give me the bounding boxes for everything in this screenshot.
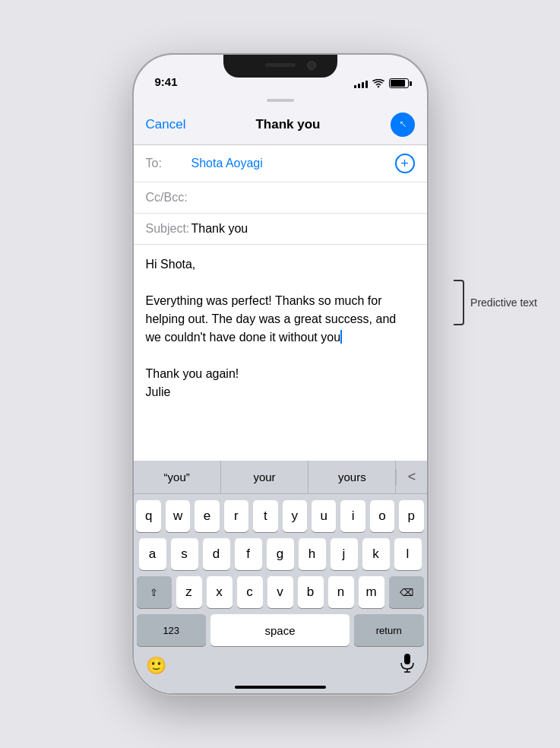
keyboard-area: “you” your yours < q w e r t bbox=[134, 461, 427, 693]
compose-area: Cancel Thank you ↑ To: Shota Aoyagi + Cc… bbox=[134, 106, 427, 461]
phone-frame: 9:41 bbox=[132, 53, 429, 695]
key-c[interactable]: c bbox=[237, 576, 263, 608]
cancel-button[interactable]: Cancel bbox=[146, 117, 186, 132]
speaker bbox=[265, 63, 296, 67]
key-r[interactable]: r bbox=[224, 500, 248, 532]
notch bbox=[223, 55, 337, 78]
compose-body[interactable]: Hi Shota, Everything was perfect! Thanks… bbox=[134, 245, 427, 461]
key-m[interactable]: m bbox=[359, 576, 384, 608]
predictive-item-1[interactable]: “you” bbox=[134, 461, 221, 493]
key-row-3: ⇧ z x c v b n m ⌫ bbox=[137, 576, 424, 608]
key-x[interactable]: x bbox=[207, 576, 233, 608]
subject-value[interactable]: Thank you bbox=[191, 222, 415, 236]
annotation-label: Predictive text bbox=[470, 296, 537, 309]
subject-field-row[interactable]: Subject: Thank you bbox=[134, 214, 427, 245]
battery-icon bbox=[389, 78, 409, 88]
key-t[interactable]: t bbox=[253, 500, 277, 532]
body-line1: Hi Shota, bbox=[146, 255, 415, 274]
wifi-icon bbox=[372, 79, 384, 88]
to-field-row[interactable]: To: Shota Aoyagi + bbox=[134, 145, 427, 182]
home-indicator bbox=[235, 686, 326, 689]
key-w[interactable]: w bbox=[166, 500, 190, 532]
key-l[interactable]: l bbox=[394, 538, 422, 570]
to-label: To: bbox=[146, 157, 191, 170]
key-e[interactable]: e bbox=[195, 500, 219, 532]
camera bbox=[307, 61, 316, 70]
text-cursor bbox=[340, 330, 342, 344]
signal-icon bbox=[354, 79, 368, 88]
key-g[interactable]: g bbox=[267, 538, 294, 570]
key-q[interactable]: q bbox=[136, 500, 160, 532]
subject-label: Subject: bbox=[146, 222, 191, 236]
key-f[interactable]: f bbox=[235, 538, 262, 570]
cc-field-row[interactable]: Cc/Bcc: bbox=[134, 182, 427, 214]
numbers-key[interactable]: 123 bbox=[137, 614, 207, 646]
predictive-text-annotation: Predictive text bbox=[454, 280, 537, 325]
return-key[interactable]: return bbox=[354, 614, 424, 646]
send-icon: ↑ bbox=[396, 118, 409, 131]
mic-icon bbox=[400, 654, 415, 674]
key-u[interactable]: u bbox=[312, 500, 336, 532]
status-time: 9:41 bbox=[152, 75, 178, 88]
predictive-collapse-button[interactable]: < bbox=[396, 469, 426, 485]
mic-button[interactable] bbox=[400, 654, 415, 678]
send-button[interactable]: ↑ bbox=[391, 113, 415, 137]
key-n[interactable]: n bbox=[328, 576, 354, 608]
key-a[interactable]: a bbox=[139, 538, 166, 570]
annotation-bracket bbox=[454, 280, 464, 325]
phone-content: Cancel Thank you ↑ To: Shota Aoyagi + Cc… bbox=[134, 93, 427, 693]
key-k[interactable]: k bbox=[362, 538, 390, 570]
to-value[interactable]: Shota Aoyagi bbox=[191, 157, 395, 170]
key-row-4: 123 space return bbox=[137, 614, 424, 646]
cc-label: Cc/Bcc: bbox=[146, 191, 191, 204]
body-line3: Everything was perfect! Thanks so much f… bbox=[146, 292, 415, 347]
emoji-button[interactable]: 🙂 bbox=[146, 656, 166, 676]
predictive-text-row: “you” your yours < bbox=[134, 461, 427, 494]
key-p[interactable]: p bbox=[399, 500, 423, 532]
drag-handle-area bbox=[134, 93, 427, 106]
key-y[interactable]: y bbox=[283, 500, 307, 532]
key-j[interactable]: j bbox=[331, 538, 358, 570]
body-line5: Thank you again! bbox=[146, 365, 415, 383]
key-rows: q w e r t y u i o p a s bbox=[134, 494, 427, 649]
predictive-item-3[interactable]: yours bbox=[308, 461, 396, 493]
compose-toolbar: Cancel Thank you ↑ bbox=[134, 106, 427, 145]
add-recipient-button[interactable]: + bbox=[395, 154, 415, 173]
key-row-2: a s d f g h j k l bbox=[137, 538, 424, 570]
key-v[interactable]: v bbox=[267, 576, 293, 608]
key-row-1: q w e r t y u i o p bbox=[137, 500, 424, 532]
svg-rect-0 bbox=[404, 654, 410, 664]
key-s[interactable]: s bbox=[171, 538, 198, 570]
delete-key[interactable]: ⌫ bbox=[389, 576, 424, 608]
key-i[interactable]: i bbox=[340, 500, 365, 532]
key-h[interactable]: h bbox=[299, 538, 326, 570]
key-d[interactable]: d bbox=[203, 538, 230, 570]
body-line6: Julie bbox=[146, 383, 415, 401]
space-key[interactable]: space bbox=[210, 614, 350, 646]
shift-key[interactable]: ⇧ bbox=[137, 576, 172, 608]
predictive-item-2[interactable]: your bbox=[221, 461, 308, 493]
key-z[interactable]: z bbox=[176, 576, 202, 608]
drag-handle-bar bbox=[267, 99, 294, 102]
key-o[interactable]: o bbox=[370, 500, 394, 532]
chevron-left-icon: < bbox=[408, 469, 416, 485]
compose-title: Thank you bbox=[255, 117, 320, 132]
key-b[interactable]: b bbox=[298, 576, 324, 608]
power-button bbox=[427, 207, 429, 268]
status-icons bbox=[354, 78, 409, 88]
bottom-bar: 🙂 bbox=[134, 649, 427, 687]
